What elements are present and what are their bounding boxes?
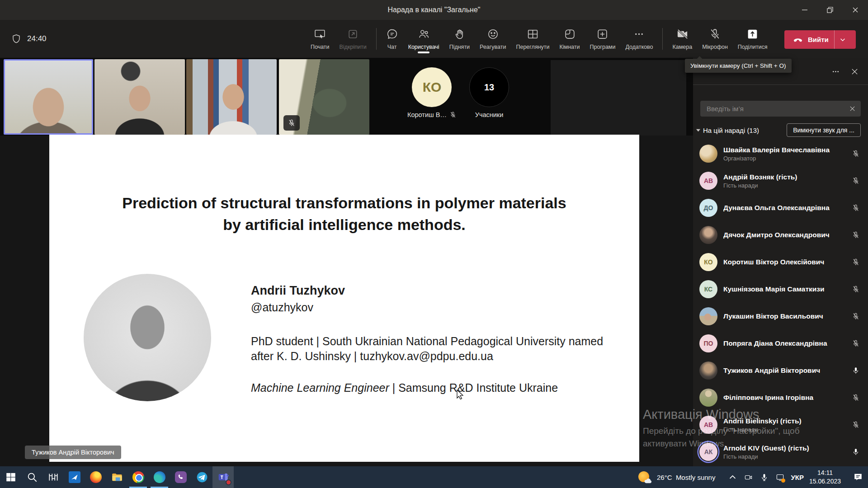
participant-row[interactable]: КСКушніязова Марія Саматкизи [693,276,868,303]
toolbar-start-share-button[interactable]: Почати [306,28,335,50]
tray-camera-icon[interactable] [742,466,755,488]
toolbar-camera-button[interactable]: Камера [667,28,697,50]
mic-off-icon[interactable] [851,285,861,293]
toolbar-button-label: Користувачі [408,44,439,50]
collapse-caret-icon[interactable] [693,128,703,133]
toolbar-more-button[interactable]: Додатково [620,28,658,50]
action-center-icon[interactable] [848,466,868,488]
mic-off-icon[interactable] [851,258,861,266]
close-button[interactable] [843,0,868,20]
toolbar-view-button[interactable]: Переглянути [511,28,554,50]
mic-off-icon[interactable] [851,231,861,239]
language-indicator[interactable]: УКР [791,474,804,481]
apps-icon [596,28,609,41]
participant-row[interactable]: КОКоротиш Віктор Олексійович [693,249,868,276]
participant-search[interactable] [700,101,861,117]
participant-row[interactable]: ДОДунаєва Ольга Олександрівна [693,194,868,221]
taskbar-chrome-icon[interactable] [127,466,149,488]
participants-panel: Учасники На цій нараді (13) Вимкнути зву… [693,58,868,466]
weather-condition: Mostly sunny [676,474,716,481]
toolbar-share-tray-button[interactable]: Поділитися [733,28,773,50]
participant-role: Гість наради [723,426,851,433]
participants-count-bubble[interactable]: 13 Учасники [469,67,509,118]
slide-speaker-info: Andrii Tuzhykov @atuzhykov PhD student |… [251,284,631,394]
restore-button[interactable] [817,0,843,20]
toolbar-button-label: Камера [672,44,692,50]
search-input[interactable] [700,105,844,113]
participant-row[interactable]: Дячок Дмитро Олександрович [693,221,868,249]
taskbar-edge-icon[interactable] [149,466,170,488]
taskbar-explorer-icon[interactable] [106,466,127,488]
window-title: Нарада в каналі "Загальне" [0,0,868,20]
minimize-button[interactable] [792,0,817,20]
taskbar-telegram-icon[interactable] [191,466,212,488]
featured-participant-bubble[interactable]: КО Коротиш В… [407,67,457,118]
video-tile-2[interactable] [94,59,185,135]
mic-off-icon[interactable] [851,177,861,185]
participant-row[interactable]: ПОПопряга Діана Олександрівна [693,330,868,357]
speaker-portrait-photo [84,274,211,401]
participant-initials-avatar: АК [699,443,717,461]
taskbar-search-icon[interactable] [21,466,42,488]
mic-off-icon[interactable] [851,394,861,402]
toolbar-react-button[interactable]: Реагувати [475,28,511,50]
toolbar-raise-hand-button[interactable]: Підняти [444,28,475,50]
toolbar-microphone-button[interactable]: Мікрофон [697,28,733,50]
participant-row[interactable]: Філіппович Ірина Ігорівна [693,384,868,411]
clear-search-icon[interactable] [844,105,861,112]
taskbar-start-icon[interactable] [0,466,21,488]
tray-display-icon[interactable] [774,466,786,488]
participant-row[interactable]: Тужиков Андрій Вікторович [693,357,868,384]
participant-row[interactable]: Лукашин Віктор Васильович [693,303,868,330]
participant-info: Коротиш Віктор Олексійович [723,258,851,266]
close-panel-icon[interactable] [847,65,862,78]
participant-row[interactable]: Швайка Валерія ВячеславівнаОрганізатор [693,140,868,167]
toolbar-apps-button[interactable]: Програми [585,28,621,50]
hand-icon [453,28,466,41]
taskbar-teams-icon[interactable] [212,466,234,488]
mute-all-button[interactable]: Вимкнути звук для ... [787,123,861,137]
toolbar-people-button[interactable]: Користувачі [403,28,444,50]
mic-off-icon[interactable] [851,312,861,320]
participant-info: Попряга Діана Олександрівна [723,339,851,347]
taskbar-mail-icon[interactable] [64,466,85,488]
participant-name: Тужиков Андрій Вікторович [723,366,851,375]
video-tile-3[interactable] [186,59,277,135]
participant-info: Дячок Дмитро Олександрович [723,231,851,239]
title-bar: Нарада в каналі "Загальне" [0,0,868,20]
mic-off-icon[interactable] [851,204,861,212]
participant-info: Кушніязова Марія Саматкизи [723,285,851,293]
participant-name: Швайка Валерія Вячеславівна [723,146,851,154]
participant-role: Гість наради [723,182,851,189]
in-meeting-section: На цій нараді (13) Вимкнути звук для ... [693,123,861,137]
video-tile-1[interactable] [4,59,93,135]
featured-participant-name: Коротиш В… [407,111,447,118]
participants-count-label: Учасники [475,111,504,118]
video-tile-organizer[interactable] [551,60,686,136]
taskbar-task-view-icon[interactable] [42,466,64,488]
more-options-icon[interactable] [828,65,843,78]
clock[interactable]: 14:11 15.06.2023 [809,469,841,486]
chat-icon [386,28,398,41]
meeting-stage: КО Коротиш В… 13 Учасники Prediction of … [0,58,693,466]
mic-on-icon[interactable] [851,366,861,375]
toolbar-chat-button[interactable]: Чат [381,28,403,50]
participant-row[interactable]: АКArnold KIV (Guest) (гість)Гість наради [693,438,868,465]
participant-name: Лукашин Віктор Васильович [723,312,851,320]
taskbar-firefox-icon[interactable] [85,466,106,488]
participant-row[interactable]: АВАндрій Возняк (гість)Гість наради [693,167,868,194]
mic-on-icon[interactable] [851,448,861,456]
mic-off-icon[interactable] [851,339,861,347]
participant-photo-avatar [699,307,717,325]
mic-off-icon[interactable] [851,150,861,158]
toolbar-rooms-button[interactable]: Кімнати [555,28,585,50]
chevron-down-icon[interactable] [835,37,851,43]
participant-info: Дунаєва Ольга Олександрівна [723,204,851,212]
mic-off-icon[interactable] [851,421,861,429]
taskbar-viber-icon[interactable] [170,466,191,488]
weather-widget[interactable]: 26°C Mostly sunny [634,471,720,483]
show-hidden-icons-chevron[interactable] [726,466,739,488]
leave-button[interactable]: Вийти [784,30,856,49]
participant-row[interactable]: АВAndrii Bielinskyi (гість)Гість наради [693,411,868,438]
tray-microphone-icon[interactable] [758,466,770,488]
